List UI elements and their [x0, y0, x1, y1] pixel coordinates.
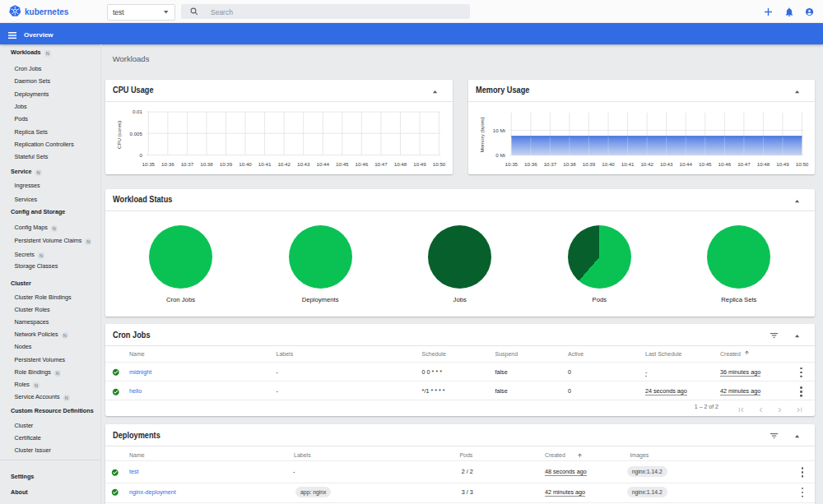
svg-text:10:40: 10:40 — [602, 161, 615, 167]
svg-text:10:37: 10:37 — [181, 161, 194, 167]
svg-text:10:38: 10:38 — [563, 161, 576, 167]
svg-text:10:49: 10:49 — [776, 161, 789, 167]
svg-text:10:47: 10:47 — [737, 161, 751, 167]
svg-text:10:43: 10:43 — [297, 161, 310, 167]
svg-text:10:42: 10:42 — [277, 161, 291, 167]
svg-text:0.01: 0.01 — [133, 109, 143, 114]
svg-text:10:46: 10:46 — [718, 161, 731, 167]
svg-text:10:48: 10:48 — [394, 161, 407, 167]
svg-text:CPU (cores): CPU (cores) — [116, 121, 122, 149]
svg-text:10:45: 10:45 — [699, 161, 712, 167]
svg-text:10:41: 10:41 — [621, 161, 634, 167]
svg-text:0.005: 0.005 — [130, 131, 143, 136]
svg-text:10:40: 10:40 — [239, 161, 252, 167]
svg-text:10:46: 10:46 — [356, 161, 369, 167]
svg-text:Memory (bytes): Memory (bytes) — [479, 118, 485, 153]
svg-text:10 Mi: 10 Mi — [492, 127, 504, 133]
svg-text:10:39: 10:39 — [582, 161, 595, 167]
svg-text:10:36: 10:36 — [524, 161, 537, 167]
svg-text:10:50: 10:50 — [433, 161, 446, 167]
svg-text:0: 0 — [140, 152, 143, 158]
svg-text:10:37: 10:37 — [543, 161, 556, 167]
svg-text:10:44: 10:44 — [317, 161, 330, 167]
svg-text:10:41: 10:41 — [258, 161, 272, 167]
svg-text:0 Mi: 0 Mi — [495, 152, 505, 158]
svg-text:10:45: 10:45 — [336, 161, 349, 167]
svg-text:10:49: 10:49 — [413, 161, 426, 167]
svg-text:10:47: 10:47 — [374, 161, 388, 167]
svg-text:10:39: 10:39 — [220, 161, 233, 167]
svg-text:10:43: 10:43 — [659, 161, 672, 167]
svg-text:10:50: 10:50 — [795, 161, 808, 167]
svg-text:10:42: 10:42 — [640, 161, 653, 167]
svg-text:10:48: 10:48 — [756, 161, 770, 167]
svg-text:10:44: 10:44 — [679, 161, 692, 167]
svg-text:10:36: 10:36 — [161, 161, 174, 167]
svg-text:10:38: 10:38 — [200, 161, 213, 167]
svg-text:10:35: 10:35 — [142, 161, 156, 167]
svg-text:10:35: 10:35 — [504, 161, 518, 167]
